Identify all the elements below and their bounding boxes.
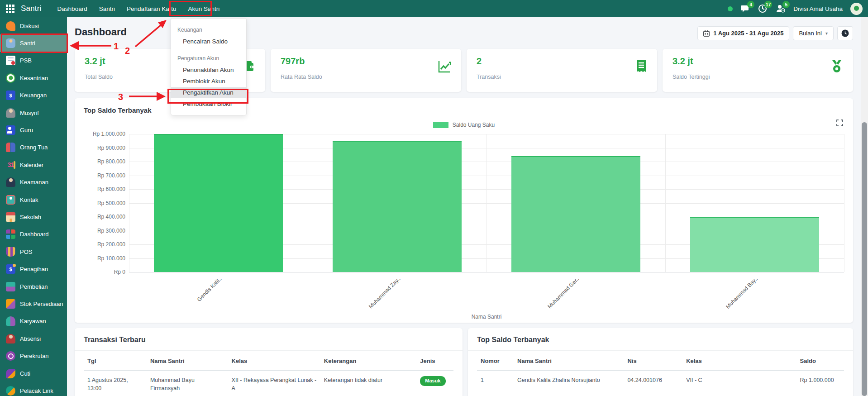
history-button[interactable] [837, 26, 853, 40]
sidebar-item-perekrutan[interactable]: Perekrutan [0, 347, 67, 364]
stat-value: 2 [477, 56, 501, 67]
cell-nama: Muhammad Bayu Firmansyah [147, 371, 228, 396]
sidebar-item-psb[interactable]: PSB [0, 52, 67, 69]
sidebar-item-pembelian[interactable]: Pembelian [0, 278, 67, 295]
sidebar-item-kesantrian[interactable]: Kesantrian [0, 69, 67, 86]
menu-section-header-pengaturan-akun: Pengaturan Akun [171, 52, 246, 64]
sidebar-item-label: Orang Tua [20, 144, 48, 151]
sidebar-item-santri[interactable]: Santri [0, 34, 67, 52]
sidebar-item-label: Pelacak Link [20, 387, 53, 394]
nav-item-pendaftaran-kartu[interactable]: Pendaftaran Kartu [121, 0, 182, 17]
vertical-scrollbar[interactable] [861, 17, 868, 396]
sidebar-item-pos[interactable]: POS [0, 243, 67, 260]
sidebar-item-label: Musyrif [20, 110, 39, 116]
sidebar: DiskusiSantriPSBKesantrian$KeuanganMusyr… [0, 17, 67, 396]
sidebar-item-pelacak-link[interactable]: Pelacak Link [0, 382, 67, 396]
avatar[interactable] [850, 3, 863, 15]
stat-label: Transaksi [477, 74, 501, 80]
sidebar-item-label: Santri [20, 40, 35, 47]
cell-nama: Gendis Kalila Zhafira Norsujianto [514, 371, 624, 390]
student-icon [6, 38, 15, 48]
link-icon [6, 386, 15, 396]
sidebar-item-kontak[interactable]: Kontak [0, 191, 67, 208]
nav-item-akun-santri[interactable]: Akun Santri [182, 0, 226, 17]
menu-section-gap [171, 47, 246, 52]
nav-item-dashboard[interactable]: Dashboard [52, 0, 93, 17]
brand-title: Santri [21, 4, 42, 13]
x-tick-label: Muhammad Bay.. [725, 276, 759, 310]
user-clock-icon[interactable]: 5 [776, 4, 786, 13]
period-label: Bulan Ini [799, 30, 822, 37]
current-user-label: Divisi Amal Usaha [793, 5, 843, 12]
menu-item-pencairan-saldo[interactable]: Pencairan Saldo [171, 36, 246, 47]
date-range-button[interactable]: 1 Agu 2025 - 31 Agu 2025 [697, 26, 789, 40]
calendar-icon [703, 30, 710, 37]
period-select[interactable]: Bulan Ini ▾ [793, 26, 834, 40]
sidebar-item-label: Keamanan [20, 179, 48, 186]
menu-item-pemblokir-akun[interactable]: Pemblokir Akun [171, 76, 246, 87]
bar-gendis-kalil[interactable] [154, 134, 282, 272]
sidebar-item-stok-persediaan[interactable]: Stok Persediaan [0, 295, 67, 312]
bar-muhammad-bay[interactable] [690, 217, 819, 272]
cell-kelas: XII - Rekayasa Perangkat Lunak - A [228, 371, 320, 396]
sidebar-item-diskusi[interactable]: Diskusi [0, 17, 67, 34]
police-icon [6, 177, 15, 187]
y-tick-label: Rp 500.000 [97, 200, 125, 206]
y-tick-label: Rp 300.000 [97, 228, 125, 234]
column-header: Kelas [682, 351, 796, 371]
stat-value: 3.2 jt [85, 56, 113, 67]
stat-card-transaksi: 2 Transaksi [467, 49, 657, 92]
sidebar-item-penagihan[interactable]: $Penagihan [0, 260, 67, 277]
menu-item-penonaktifan-akun[interactable]: Penonaktifan Akun [171, 64, 246, 76]
gridline-v [308, 134, 308, 272]
sidebar-item-karyawan[interactable]: Karyawan [0, 313, 67, 330]
bar-muhammad-zay[interactable] [333, 141, 461, 272]
sidebar-item-musyrif[interactable]: Musyrif [0, 104, 67, 121]
billing-icon: $ [6, 264, 15, 274]
medal-icon [830, 60, 843, 85]
sidebar-item-dashboard[interactable]: Dashboard [0, 226, 67, 243]
stat-value: 797rb [281, 56, 322, 67]
top-saldo-card: Top Saldo Terbanyak Nomor Nama Santri Ni… [468, 328, 853, 396]
history-clock-icon[interactable]: 17 [758, 4, 768, 13]
sidebar-item-label: Pembelian [20, 283, 48, 290]
sidebar-item-keamanan[interactable]: Keamanan [0, 174, 67, 191]
bottom-row: Transaksi Terbaru Tgl Nama Santri Kelas … [75, 328, 853, 396]
chat-icon[interactable]: 4 [740, 4, 750, 13]
sidebar-item-keuangan[interactable]: $Keuangan [0, 87, 67, 104]
sidebar-item-sekolah[interactable]: Sekolah [0, 208, 67, 225]
fullscreen-icon[interactable] [836, 119, 843, 128]
menu-item-pengaktifkan-akun[interactable]: Pengaktifkan Akun [171, 87, 246, 98]
sidebar-item-label: Kesantrian [20, 75, 48, 81]
sidebar-item-label: Guru [20, 127, 33, 134]
sidebar-item-label: Cuti [20, 370, 30, 377]
sidebar-item-guru[interactable]: Guru [0, 121, 67, 138]
chart-legend: Saldo Uang Saku [84, 121, 844, 129]
bar-muhammad-ger[interactable] [511, 156, 640, 272]
nav-item-santri[interactable]: Santri [93, 0, 121, 17]
y-tick-label: Rp 800.000 [97, 158, 125, 165]
stat-label: Saldo Tertinggi [672, 74, 710, 80]
x-tick-label: Muhammad Ger.. [546, 276, 580, 310]
legend-swatch [433, 122, 448, 128]
sidebar-item-label: Stok Persediaan [20, 301, 63, 307]
cell-nomor: 1 [477, 371, 514, 390]
sidebar-item-kalender[interactable]: 31Kalender [0, 156, 67, 173]
sidebar-item-orang-tua[interactable]: Orang Tua [0, 139, 67, 156]
apps-grid-icon[interactable] [6, 5, 14, 13]
box-icon [6, 299, 15, 309]
menu-item-pembukaan-blokir[interactable]: Pembukaan Blokir [171, 98, 246, 110]
sidebar-item-label: POS [20, 248, 32, 255]
column-header: Nama Santri [514, 351, 624, 371]
x-axis-title: Nama Santri [84, 314, 844, 323]
sidebar-item-label: Sekolah [20, 214, 41, 220]
sidebar-item-absensi[interactable]: Absensi [0, 330, 67, 347]
school-icon [6, 212, 15, 222]
scrollbar-thumb[interactable] [862, 122, 867, 396]
bar-chart-plot: Rp 1.000.000Rp 900.000Rp 800.000Rp 700.0… [129, 134, 844, 272]
calendar-31-icon: 31 [6, 160, 15, 170]
gridline-v [486, 134, 487, 272]
chat-badge: 4 [747, 1, 754, 8]
sidebar-item-cuti[interactable]: Cuti [0, 365, 67, 382]
y-tick-label: Rp 400.000 [97, 214, 125, 220]
